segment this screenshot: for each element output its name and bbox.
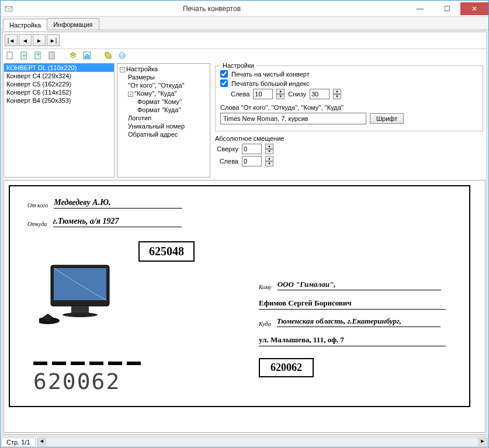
statusbar: Стр. 1/1 ◄ ► [1, 436, 488, 447]
bottom-spinner[interactable] [310, 89, 330, 99]
font-field[interactable] [220, 113, 366, 124]
tree-to[interactable]: ''Кому'', ''Куда'' [134, 90, 177, 97]
from-index-box: 625048 [138, 241, 195, 262]
where-value2: ул. Малышева, 111, оф. 7 [259, 335, 446, 346]
spin-up-icon[interactable]: ▲ [276, 89, 285, 94]
tree-uniq[interactable]: Уникальный номер [119, 122, 209, 130]
to-name2: Ефимов Сергей Борисович [259, 298, 446, 310]
svg-rect-12 [54, 268, 106, 300]
doc-icon[interactable] [47, 50, 57, 61]
fromaddr-value: г.Тюмень, а/я 1927 [53, 217, 182, 227]
close-button[interactable]: ✕ [460, 2, 488, 15]
spin-down-icon[interactable]: ▼ [333, 94, 341, 99]
to-index-box: 620062 [259, 358, 314, 377]
tree-return[interactable]: Обратный адрес [119, 130, 209, 138]
from-label: От кого [27, 202, 48, 209]
scroll-left-icon[interactable]: ◄ [37, 438, 47, 446]
where-value: Тюменская область, г.Екатеринбург, [277, 317, 441, 327]
monitor-image [39, 262, 121, 334]
new-icon[interactable] [5, 50, 15, 61]
tree-from[interactable]: ''От кого'', ''Откуда'' [119, 81, 209, 89]
svg-rect-6 [85, 55, 86, 58]
list-item[interactable]: Конверт C5 (162x229) [4, 80, 114, 88]
format-list[interactable]: КОНВЕРТ DL (110x220) Конверт C4 (229x324… [4, 63, 115, 178]
tag-icon[interactable] [103, 50, 113, 61]
titlebar: Печать конвертов — ☐ ✕ [1, 1, 488, 17]
tree-logo[interactable]: Логотип [119, 114, 209, 122]
action-toolbar: 10 [2, 49, 487, 62]
envelope-preview: От кого Медведеву А.Ю. Откуда г.Тюмень, … [9, 185, 470, 407]
nav-toolbar: |◄ ◄ ► ►| [2, 32, 487, 49]
spin-down-icon[interactable]: ▼ [276, 94, 285, 99]
settings-fieldset: Настройки Печать на чистый конверт Печат… [215, 65, 483, 131]
tree-root[interactable]: Настройка [126, 65, 158, 72]
fromaddr-label: Откуда [27, 221, 47, 227]
list-item[interactable]: Конверт C4 (229x324) [4, 72, 114, 80]
tab-info[interactable]: Информация [47, 18, 99, 30]
nav-prev-button[interactable]: ◄ [19, 34, 32, 46]
left2-label: Слева [215, 158, 238, 165]
svg-rect-7 [86, 54, 88, 58]
bottom-label: Снизу [288, 91, 306, 98]
left-label: Слева [231, 91, 249, 98]
app-icon [4, 4, 13, 13]
nav-first-button[interactable]: |◄ [5, 34, 18, 46]
chart-icon[interactable] [82, 50, 92, 61]
list-item[interactable]: Конверт B4 (250x353) [4, 96, 114, 105]
tab-settings[interactable]: Настройка [3, 19, 47, 30]
svg-text:10: 10 [120, 54, 124, 58]
tree-fmt-where[interactable]: Формат ''Куда'' [119, 106, 209, 114]
settings-legend: Настройки [220, 62, 256, 69]
preview-area: От кого Медведеву А.Ю. Откуда г.Тюмень, … [4, 180, 485, 433]
from-value: Медведеву А.Ю. [54, 198, 182, 209]
page-indicator: Стр. 1/1 [1, 437, 36, 447]
svg-point-14 [63, 312, 98, 317]
bigindex-checkbox[interactable] [220, 79, 228, 87]
list-item[interactable]: Конверт C6 (114x162) [4, 88, 114, 96]
bigindex-label: Печатать большой индекс [231, 80, 310, 87]
svg-rect-8 [88, 55, 89, 58]
nav-last-button[interactable]: ►| [47, 34, 60, 46]
left-spinner[interactable] [253, 89, 273, 99]
collapse-icon[interactable]: - [120, 67, 125, 72]
top-label: Сверху [215, 145, 238, 152]
hscrollbar[interactable]: ◄ ► [37, 437, 488, 447]
spin-down-icon[interactable]: ▼ [265, 161, 273, 166]
words-label: Слова ''От кого'', ''Откуда'', ''Кому'',… [220, 104, 344, 111]
main-tabs: Настройка Информация [1, 17, 488, 30]
svg-rect-13 [71, 306, 89, 313]
spin-up-icon[interactable]: ▲ [265, 144, 273, 149]
postal-index: 620062 [33, 362, 120, 394]
maximize-button[interactable]: ☐ [433, 2, 460, 15]
where-label: Куда [259, 321, 271, 327]
clean-label: Печать на чистый конверт [231, 71, 310, 78]
svg-rect-1 [7, 52, 12, 59]
abs-label: Абсолютное смещение [215, 135, 284, 142]
settings-tree[interactable]: -Настройка Размеры ''От кого'', ''Откуда… [117, 63, 210, 178]
to-value: ООО "Гималаи", [278, 280, 441, 290]
top-spinner[interactable] [242, 144, 262, 154]
left2-spinner[interactable] [242, 156, 262, 166]
badge-icon[interactable]: 10 [117, 50, 127, 61]
collapse-icon[interactable]: - [128, 92, 133, 97]
tree-sizes[interactable]: Размеры [119, 73, 209, 81]
to-label: Кому [259, 284, 272, 290]
spin-down-icon[interactable]: ▼ [265, 149, 273, 154]
clean-checkbox[interactable] [220, 70, 228, 78]
spin-up-icon[interactable]: ▲ [333, 89, 341, 94]
svg-rect-4 [49, 52, 54, 59]
tree-fmt-to[interactable]: Формат ''Кому'' [119, 98, 209, 106]
spin-up-icon[interactable]: ▲ [265, 156, 273, 161]
scroll-right-icon[interactable]: ► [478, 438, 487, 446]
export-icon[interactable] [19, 50, 29, 61]
recipient-block: Кому ООО "Гималаи", Ефимов Сергей Борисо… [259, 280, 446, 377]
list-item[interactable]: КОНВЕРТ DL (110x220) [4, 64, 114, 72]
window-title: Печать конвертов [17, 5, 407, 13]
font-button[interactable]: Шрифт [370, 113, 404, 124]
import-icon[interactable] [33, 50, 43, 61]
postal-digits: 620062 [33, 369, 120, 394]
nav-next-button[interactable]: ► [33, 34, 46, 46]
layers-icon[interactable] [68, 50, 78, 61]
minimize-button[interactable]: — [407, 2, 433, 15]
